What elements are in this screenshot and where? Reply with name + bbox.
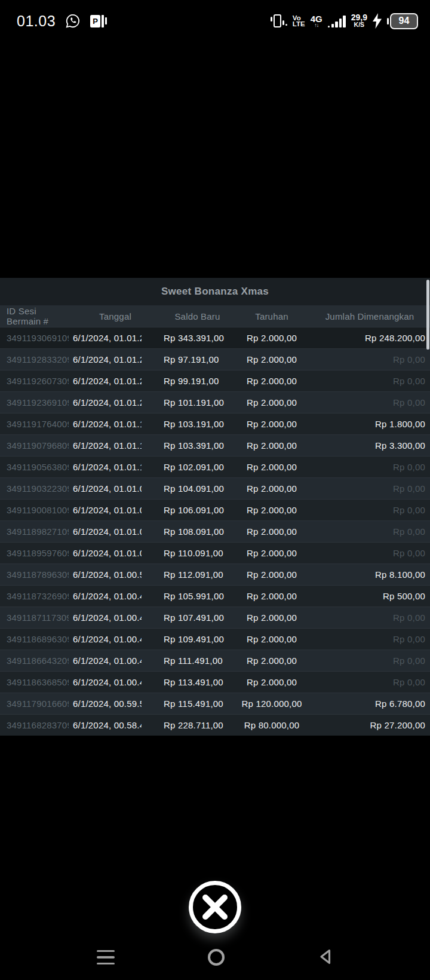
cell-session-id: 34911898271092 — [0, 526, 69, 537]
cell-session-id: 34911923691092 — [0, 397, 69, 408]
cell-session-id: 34911790166092 — [0, 699, 69, 709]
home-button[interactable] — [208, 949, 225, 966]
close-button[interactable] — [189, 881, 241, 933]
table-row: 34911868963092 6/1/2024, 01.00.46 Rp 109… — [0, 628, 430, 650]
cell-session-id: 34911907968092 — [0, 440, 69, 451]
cell-win: Rp 500,00 — [309, 591, 430, 601]
table-row: 34911873269092 6/1/2024, 01.00.49 Rp 105… — [0, 585, 430, 607]
menu-button[interactable] — [97, 950, 115, 965]
cell-bet: Rp 2.000,00 — [234, 591, 309, 601]
table-row: 34911682837092 6/1/2024, 00.58.44 Rp 228… — [0, 714, 430, 736]
cell-bet: Rp 2.000,00 — [234, 376, 309, 386]
table-row: 34911863685092 6/1/2024, 01.00.43 Rp 113… — [0, 671, 430, 693]
table-body: 34911930691092 6/1/2024, 01.01.27 Rp 343… — [0, 327, 430, 736]
col-header-win: Jumlah Dimenangkan — [309, 311, 430, 321]
vibrate-icon — [271, 14, 287, 27]
network-speed: 29,9 K/S — [351, 14, 367, 29]
cell-date: 6/1/2024, 01.01.24 — [69, 376, 142, 386]
cell-session-id: 34911873269092 — [0, 591, 69, 601]
cell-balance: Rp 103.191,00 — [142, 419, 234, 429]
signal-bars-icon — [328, 15, 346, 27]
cell-session-id: 34911895976092 — [0, 548, 69, 558]
table-row: 34911866432092 6/1/2024, 01.00.45 Rp 111… — [0, 650, 430, 671]
back-icon — [318, 948, 333, 965]
cell-bet: Rp 120.000,00 — [234, 699, 309, 709]
close-icon — [193, 885, 237, 929]
cell-bet: Rp 2.000,00 — [234, 526, 309, 537]
col-header-date: Tanggal — [69, 311, 142, 321]
table-row: 34911928332092 6/1/2024, 01.01.26 Rp 97.… — [0, 348, 430, 370]
cell-session-id: 34911871173092 — [0, 612, 69, 623]
cell-win: Rp 27.200,00 — [309, 720, 430, 730]
clock: 01.03 — [17, 13, 56, 30]
table-row: 34911900810092 6/1/2024, 01.01.07 Rp 106… — [0, 499, 430, 520]
cell-balance: Rp 115.491,00 — [142, 699, 234, 709]
cell-session-id: 34911903223092 — [0, 483, 69, 494]
cell-session-id: 34911930691092 — [0, 333, 69, 343]
android-nav-bar — [0, 943, 430, 972]
cell-session-id: 34911866432092 — [0, 656, 69, 666]
whatsapp-icon — [65, 13, 81, 29]
cell-date: 6/1/2024, 01.01.07 — [69, 505, 142, 515]
p-notification-icon: P — [90, 15, 107, 27]
cell-bet: Rp 2.000,00 — [234, 505, 309, 515]
cell-win: Rp 0,00 — [309, 526, 430, 537]
cell-win: Rp 0,00 — [309, 483, 430, 494]
cell-win: Rp 248.200,00 — [309, 333, 430, 343]
table-row: 34911898271092 6/1/2024, 01.01.06 Rp 108… — [0, 520, 430, 542]
cell-date: 6/1/2024, 01.01.12 — [69, 440, 142, 451]
scrollbar-thumb[interactable] — [426, 280, 429, 350]
table-row: 34911926073092 6/1/2024, 01.01.24 Rp 99.… — [0, 370, 430, 391]
table-row: 34911905638092 6/1/2024, 01.01.11 Rp 102… — [0, 456, 430, 477]
cell-bet: Rp 80.000,00 — [234, 720, 309, 730]
cell-win: Rp 0,00 — [309, 634, 430, 644]
cell-balance: Rp 109.491,00 — [142, 634, 234, 644]
cell-balance: Rp 106.091,00 — [142, 505, 234, 515]
cell-date: 6/1/2024, 01.01.27 — [69, 333, 142, 343]
cell-session-id: 34911926073092 — [0, 376, 69, 386]
cell-date: 6/1/2024, 00.58.44 — [69, 720, 142, 730]
col-header-session-id: ID Sesi Bermain # — [0, 306, 69, 326]
cell-date: 6/1/2024, 00.59.54 — [69, 699, 142, 709]
cell-date: 6/1/2024, 01.01.09 — [69, 483, 142, 494]
cell-win: Rp 0,00 — [309, 677, 430, 687]
cell-balance: Rp 110.091,00 — [142, 548, 234, 558]
cell-win: Rp 0,00 — [309, 656, 430, 666]
battery-icon: 94 — [387, 13, 418, 29]
cell-balance: Rp 113.491,00 — [142, 677, 234, 687]
cell-bet: Rp 2.000,00 — [234, 569, 309, 580]
col-header-bet: Taruhan — [234, 311, 309, 321]
cell-date: 6/1/2024, 01.01.11 — [69, 462, 142, 472]
cell-win: Rp 0,00 — [309, 612, 430, 623]
cell-session-id: 34911863685092 — [0, 677, 69, 687]
cell-balance: Rp 107.491,00 — [142, 612, 234, 623]
cell-win: Rp 8.100,00 — [309, 569, 430, 580]
cell-balance: Rp 99.191,00 — [142, 376, 234, 386]
cell-bet: Rp 2.000,00 — [234, 483, 309, 494]
cell-bet: Rp 2.000,00 — [234, 548, 309, 558]
cell-session-id: 34911928332092 — [0, 354, 69, 365]
cell-balance: Rp 101.191,00 — [142, 397, 234, 408]
table-row: 34911878963092 6/1/2024, 01.00.53 Rp 112… — [0, 564, 430, 585]
cell-balance: Rp 228.711,00 — [142, 720, 234, 730]
cell-bet: Rp 2.000,00 — [234, 419, 309, 429]
cell-balance: Rp 343.391,00 — [142, 333, 234, 343]
table-header: ID Sesi Bermain # Tanggal Saldo Baru Tar… — [0, 305, 430, 327]
cell-win: Rp 0,00 — [309, 462, 430, 472]
game-history-panel: Sweet Bonanza Xmas ID Sesi Bermain # Tan… — [0, 278, 430, 736]
table-row: 34911917640092 6/1/2024, 01.01.19 Rp 103… — [0, 413, 430, 434]
panel-title: Sweet Bonanza Xmas — [0, 278, 430, 305]
table-row: 34911903223092 6/1/2024, 01.01.09 Rp 104… — [0, 477, 430, 499]
cell-win: Rp 0,00 — [309, 505, 430, 515]
back-button[interactable] — [318, 948, 333, 967]
cell-win: Rp 6.780,00 — [309, 699, 430, 709]
cell-bet: Rp 2.000,00 — [234, 440, 309, 451]
cell-bet: Rp 2.000,00 — [234, 634, 309, 644]
cell-balance: Rp 103.391,00 — [142, 440, 234, 451]
cell-bet: Rp 2.000,00 — [234, 333, 309, 343]
cell-date: 6/1/2024, 01.00.53 — [69, 569, 142, 580]
cell-bet: Rp 2.000,00 — [234, 462, 309, 472]
cell-win: Rp 0,00 — [309, 397, 430, 408]
cell-date: 6/1/2024, 01.00.49 — [69, 591, 142, 601]
battery-percent: 94 — [390, 13, 418, 29]
